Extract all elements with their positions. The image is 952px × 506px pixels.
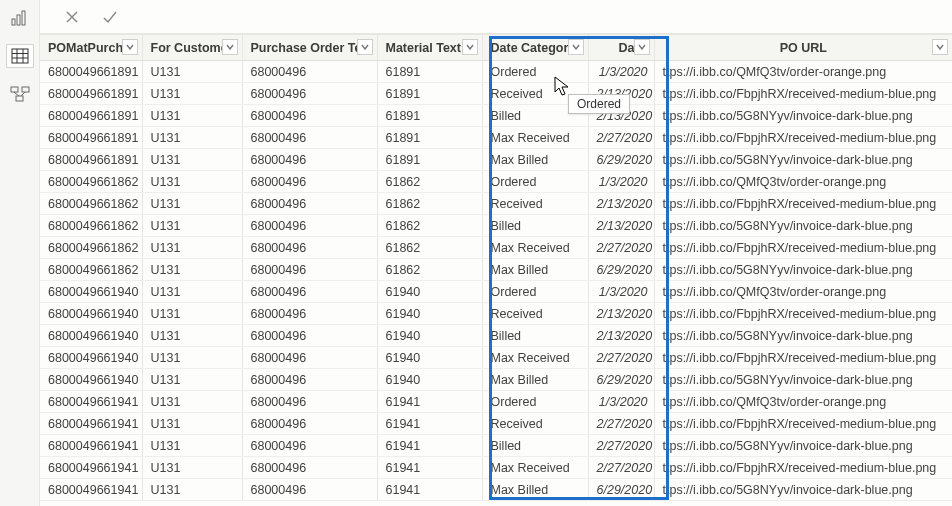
cell-url: ttps://i.ibb.co/5G8NYyv/invoice-dark-blu… <box>654 105 952 127</box>
table-row[interactable]: 6800049661862U1316800049661862Max Billed… <box>40 259 952 281</box>
table-row[interactable]: 6800049661941U1316800049661941Ordered1/3… <box>40 391 952 413</box>
filter-dropdown-icon[interactable] <box>122 39 138 55</box>
table-row[interactable]: 6800049661891U1316800049661891Max Billed… <box>40 149 952 171</box>
cell-date: 2/13/2020 <box>588 325 654 347</box>
table-row[interactable]: 6800049661862U1316800049661862Max Receiv… <box>40 237 952 259</box>
cell-pomat: 6800049661891 <box>40 61 142 83</box>
filter-dropdown-icon[interactable] <box>222 39 238 55</box>
table-row[interactable]: 6800049661891U1316800049661891Billed2/13… <box>40 105 952 127</box>
svg-rect-2 <box>22 11 25 25</box>
filter-dropdown-icon[interactable] <box>462 39 478 55</box>
cell-pot: 68000496 <box>242 127 377 149</box>
cell-url: ttps://i.ibb.co/5G8NYyv/invoice-dark-blu… <box>654 369 952 391</box>
svg-rect-1 <box>17 15 20 25</box>
cell-cat: Ordered <box>482 61 588 83</box>
cell-pomat: 6800049661941 <box>40 457 142 479</box>
svg-rect-9 <box>22 87 29 92</box>
cell-cust: U131 <box>142 193 242 215</box>
cell-pomat: 6800049661891 <box>40 127 142 149</box>
table-row[interactable]: 6800049661940U1316800049661940Ordered1/3… <box>40 281 952 303</box>
cell-cust: U131 <box>142 479 242 501</box>
formula-bar <box>40 0 952 34</box>
cell-mat: 61940 <box>377 325 482 347</box>
cell-date: 2/27/2020 <box>588 347 654 369</box>
cell-cust: U131 <box>142 347 242 369</box>
cell-cat: Received <box>482 413 588 435</box>
cell-pot: 68000496 <box>242 281 377 303</box>
cell-pomat: 6800049661891 <box>40 149 142 171</box>
svg-line-11 <box>14 92 19 96</box>
cell-url: ttps://i.ibb.co/5G8NYyv/invoice-dark-blu… <box>654 215 952 237</box>
cell-pomat: 6800049661940 <box>40 369 142 391</box>
cell-mat: 61941 <box>377 435 482 457</box>
table-row[interactable]: 6800049661940U1316800049661940Max Billed… <box>40 369 952 391</box>
cell-mat: 61891 <box>377 61 482 83</box>
cell-cust: U131 <box>142 413 242 435</box>
column-header-mat[interactable]: Material Text <box>377 35 482 61</box>
cell-cat: Max Received <box>482 127 588 149</box>
commit-formula-button[interactable] <box>100 7 120 27</box>
cell-mat: 61862 <box>377 259 482 281</box>
cell-cat: Billed <box>482 435 588 457</box>
column-header-url[interactable]: PO URL <box>654 35 952 61</box>
svg-line-12 <box>21 92 25 96</box>
table-row[interactable]: 6800049661941U1316800049661941Max Billed… <box>40 479 952 501</box>
cell-date: 2/13/2020 <box>588 193 654 215</box>
cell-url: ttps://i.ibb.co/FbpjhRX/received-medium-… <box>654 303 952 325</box>
table-row[interactable]: 6800049661862U1316800049661862Received2/… <box>40 193 952 215</box>
cell-cust: U131 <box>142 435 242 457</box>
cell-cust: U131 <box>142 391 242 413</box>
column-label: Purchase Order Text <box>251 41 373 55</box>
cell-cat: Max Received <box>482 237 588 259</box>
cell-mat: 61862 <box>377 171 482 193</box>
cell-mat: 61891 <box>377 105 482 127</box>
data-grid[interactable]: POMatPurchFor CustomerPurchase Order Tex… <box>40 34 952 506</box>
column-header-cat[interactable]: Date Category <box>482 35 588 61</box>
cell-cat: Max Billed <box>482 259 588 281</box>
filter-dropdown-icon[interactable] <box>932 39 948 55</box>
table-row[interactable]: 6800049661941U1316800049661941Received2/… <box>40 413 952 435</box>
model-view-button[interactable] <box>6 82 34 106</box>
cell-cust: U131 <box>142 105 242 127</box>
cell-pot: 68000496 <box>242 303 377 325</box>
report-view-button[interactable] <box>6 6 34 30</box>
cell-cust: U131 <box>142 61 242 83</box>
cell-url: ttps://i.ibb.co/5G8NYyv/invoice-dark-blu… <box>654 149 952 171</box>
column-header-pomat[interactable]: POMatPurch <box>40 35 142 61</box>
filter-dropdown-icon[interactable] <box>568 39 584 55</box>
tooltip-text: Ordered <box>577 97 621 111</box>
cell-cat: Max Billed <box>482 369 588 391</box>
cell-url: ttps://i.ibb.co/FbpjhRX/received-medium-… <box>654 127 952 149</box>
cell-pomat: 6800049661862 <box>40 215 142 237</box>
cell-date: 2/27/2020 <box>588 435 654 457</box>
cell-mat: 61862 <box>377 193 482 215</box>
cell-mat: 61891 <box>377 83 482 105</box>
cell-cat: Max Received <box>482 347 588 369</box>
column-header-pot[interactable]: Purchase Order Text <box>242 35 377 61</box>
column-header-date[interactable]: Date <box>588 35 654 61</box>
table-row[interactable]: 6800049661891U1316800049661891Ordered1/3… <box>40 61 952 83</box>
table-row[interactable]: 6800049661940U1316800049661940Received2/… <box>40 303 952 325</box>
cell-pomat: 6800049661862 <box>40 193 142 215</box>
cell-date: 2/27/2020 <box>588 127 654 149</box>
table-row[interactable]: 6800049661941U1316800049661941Billed2/27… <box>40 435 952 457</box>
column-header-cust[interactable]: For Customer <box>142 35 242 61</box>
table-row[interactable]: 6800049661862U1316800049661862Billed2/13… <box>40 215 952 237</box>
filter-dropdown-icon[interactable] <box>634 39 650 55</box>
table-row[interactable]: 6800049661940U1316800049661940Billed2/13… <box>40 325 952 347</box>
cell-pot: 68000496 <box>242 83 377 105</box>
data-view-button[interactable] <box>6 44 34 68</box>
model-icon <box>10 86 30 102</box>
filter-dropdown-icon[interactable] <box>357 39 373 55</box>
cell-cust: U131 <box>142 259 242 281</box>
table-row[interactable]: 6800049661941U1316800049661941Max Receiv… <box>40 457 952 479</box>
cell-mat: 61940 <box>377 369 482 391</box>
cell-date: 2/13/2020 <box>588 303 654 325</box>
table-row[interactable]: 6800049661940U1316800049661940Max Receiv… <box>40 347 952 369</box>
table-row[interactable]: 6800049661862U1316800049661862Ordered1/3… <box>40 171 952 193</box>
cell-cat: Max Billed <box>482 479 588 501</box>
cell-cat: Max Billed <box>482 149 588 171</box>
table-row[interactable]: 6800049661891U1316800049661891Max Receiv… <box>40 127 952 149</box>
table-row[interactable]: 6800049661891U1316800049661891Received2/… <box>40 83 952 105</box>
cancel-formula-button[interactable] <box>62 7 82 27</box>
